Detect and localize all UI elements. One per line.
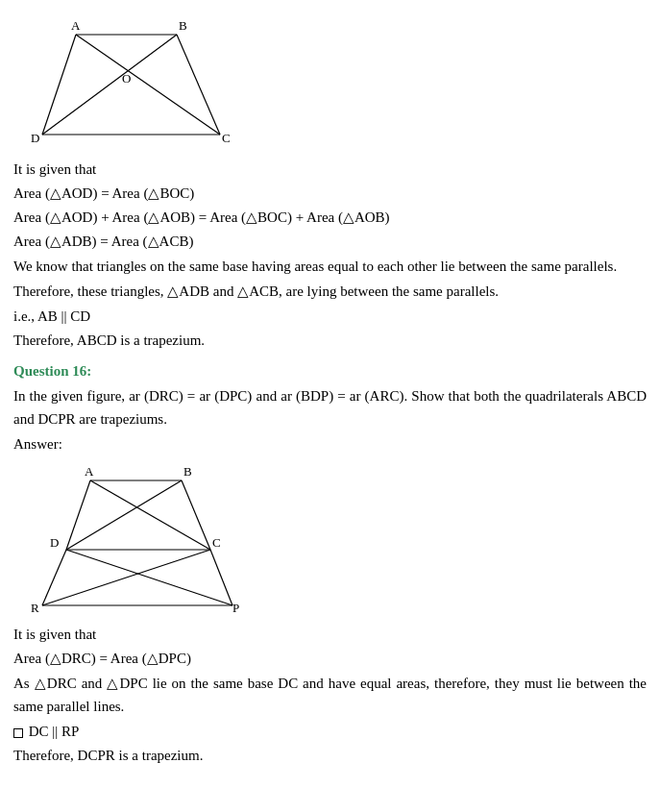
svg-line-3 [42, 35, 76, 135]
para2-text: Therefore, these triangles, △ADB and △AC… [13, 280, 647, 303]
para3-text: i.e., AB || CD [13, 305, 647, 328]
svg-line-13 [42, 550, 66, 605]
eq1-text: Area (△AOD) = Area (△BOC) [13, 182, 647, 205]
q16-text: In the given figure, ar (DRC) = ar (DPC)… [13, 384, 647, 431]
diagram1-svg: A B C D O [23, 17, 234, 152]
label-a: A [71, 18, 81, 33]
svg-line-11 [66, 480, 182, 550]
diagram2-container: A B C D R P [23, 463, 647, 617]
label-b: B [179, 18, 187, 33]
label2-a: A [85, 464, 94, 479]
svg-line-15 [66, 550, 232, 605]
eq4-text: Area (△DRC) = Area (△DPC) [13, 647, 647, 670]
para1-text: We know that triangles on the same base … [13, 255, 647, 278]
answer-label: Answer: [13, 432, 647, 455]
svg-line-9 [66, 480, 90, 550]
label-d: D [31, 131, 39, 145]
para5-text: As △DRC and △DPC lie on the same base DC… [13, 672, 647, 718]
svg-line-7 [182, 480, 210, 550]
svg-line-5 [42, 35, 177, 135]
para7-text: Therefore, DCPR is a trapezium. [13, 744, 647, 767]
q16-label: Question 16: [13, 359, 647, 382]
label2-r: R [31, 601, 39, 615]
diagram2-svg: A B C D R P [23, 463, 244, 617]
eq3-text: Area (△ADB) = Area (△ACB) [13, 230, 647, 253]
svg-line-14 [210, 550, 232, 605]
label-o: O [122, 71, 131, 86]
given1-text: It is given that [13, 158, 647, 181]
label2-d: D [50, 535, 59, 550]
diagram1-container: A B C D O [23, 17, 647, 152]
square-symbol [13, 728, 23, 738]
label2-p: P [232, 601, 239, 615]
label2-b: B [183, 464, 192, 479]
svg-line-10 [90, 480, 210, 550]
eq2-text: Area (△AOD) + Area (△AOB) = Area (△BOC) … [13, 206, 647, 229]
label2-c: C [212, 535, 221, 550]
svg-line-16 [42, 550, 210, 605]
given2-text: It is given that [13, 623, 647, 646]
para4-text: Therefore, ABCD is a trapezium. [13, 329, 647, 352]
label-c: C [222, 131, 231, 145]
para6-text: DC || RP [13, 720, 647, 743]
para6-content: DC || RP [25, 724, 79, 739]
